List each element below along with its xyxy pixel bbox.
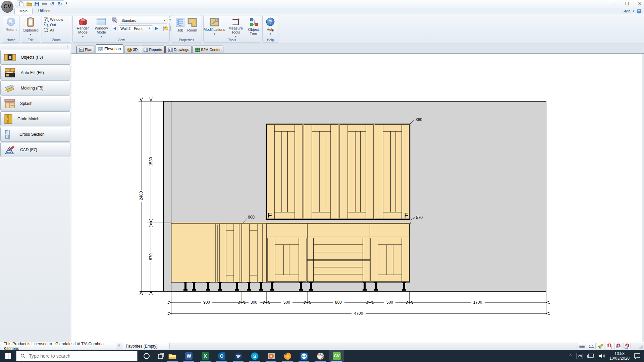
- render-mode-button[interactable]: Render Mode ▼: [74, 16, 92, 38]
- modifications-button[interactable]: Modifications ▼: [204, 16, 225, 38]
- tab-plan[interactable]: Plan: [76, 46, 95, 53]
- wall-select[interactable]: Wall 2 - Front▼: [119, 25, 152, 31]
- sidebar-item-splash[interactable]: Splash: [0, 96, 70, 111]
- sidebar-item-grainmatch[interactable]: Grain Match: [0, 111, 70, 126]
- chevron-down-icon[interactable]: ▼: [632, 10, 635, 13]
- favorites-panel[interactable]: Favorites (Empty): [123, 343, 170, 349]
- window-mode-icon: [97, 18, 106, 25]
- taskbar-app-firefox[interactable]: [280, 350, 295, 362]
- taskbar-app-word[interactable]: W: [181, 350, 196, 362]
- tray-chevron-icon[interactable]: ⌃: [569, 354, 572, 359]
- splash-icon: [4, 99, 15, 109]
- tab-utilities[interactable]: Utilities: [34, 8, 55, 14]
- taskbar-clock[interactable]: 10:58 10/03/2020: [609, 351, 630, 361]
- taskbar-app-teamviewer[interactable]: [297, 350, 311, 362]
- snap-grid-button[interactable]: [614, 343, 622, 349]
- dropdown-arrow-icon: ▼: [82, 35, 84, 38]
- qat-customize-icon[interactable]: ▾: [66, 1, 67, 5]
- taskbar-search[interactable]: [16, 351, 138, 361]
- file-explorer-icon: [168, 353, 176, 359]
- canvas-scrollbar[interactable]: [642, 54, 644, 342]
- style-selector[interactable]: Style: [623, 9, 631, 13]
- undo-icon[interactable]: ↺: [49, 1, 55, 7]
- tab-main[interactable]: Main: [14, 8, 33, 14]
- help-button[interactable]: ? Help ▼: [263, 15, 278, 38]
- taskbar-app-cabinet-vision[interactable]: CV: [329, 350, 344, 362]
- sidebar-item-objects[interactable]: Objects (F3): [0, 50, 70, 65]
- tab-s2m-center[interactable]: S2M Center: [193, 46, 223, 53]
- excel-icon: X: [202, 352, 209, 360]
- taskbar-app-paint[interactable]: [313, 350, 328, 362]
- sidebar-item-molding[interactable]: Molding (F5): [0, 80, 70, 96]
- taskbar-app-excel[interactable]: X: [198, 350, 213, 362]
- prev-wall-button[interactable]: [112, 26, 117, 31]
- face-view-button[interactable]: [163, 26, 169, 31]
- zoom-out-button[interactable]: Out: [42, 22, 71, 27]
- tray-mail-icon[interactable]: ✉: [577, 353, 583, 359]
- object-tree-button[interactable]: Object Tree: [246, 16, 261, 38]
- taskbar-app-outlook[interactable]: O: [214, 350, 229, 362]
- render-style-select[interactable]: Standard▼: [120, 18, 167, 23]
- redo-icon[interactable]: ↻: [57, 1, 63, 7]
- network-icon[interactable]: [587, 353, 594, 359]
- s2m-center-tab-icon: [195, 48, 200, 52]
- sidebar-item-autofill[interactable]: Auto Fill (F6): [0, 65, 70, 80]
- minimize-button[interactable]: ─: [613, 1, 616, 6]
- ruler-snap-button[interactable]: [597, 343, 604, 349]
- magnet-points-icon: [607, 344, 612, 349]
- new-file-icon[interactable]: [18, 1, 24, 7]
- three-d-tab-icon: [127, 48, 132, 52]
- snap-points-button[interactable]: [606, 343, 613, 349]
- taskbar-app-media-player[interactable]: [264, 350, 278, 362]
- taskbar-app-skype[interactable]: S: [247, 350, 262, 362]
- room-button[interactable]: Room: [187, 16, 197, 38]
- group-zoom: Window Out All Zoom: [42, 15, 71, 43]
- sidebar-item-crosssection[interactable]: Cross Section: [0, 127, 70, 142]
- zoom-all-button[interactable]: All: [42, 27, 71, 33]
- tab-elevation[interactable]: Elevation: [96, 44, 123, 53]
- license-text: This Product is Licensed to : Glendales …: [1, 343, 116, 349]
- open-folder-icon[interactable]: [26, 1, 32, 7]
- sidebar-header[interactable]: ⋮⋮: [0, 44, 71, 49]
- print-icon[interactable]: [42, 1, 47, 7]
- action-center-icon[interactable]: [634, 353, 641, 359]
- ruler-icon: [598, 344, 604, 349]
- taskbar-app-thunderbird[interactable]: [231, 350, 246, 362]
- thunderbird-icon: [234, 352, 242, 360]
- window-mode-button[interactable]: Window Mode ▼: [92, 16, 110, 38]
- measure-tools-button[interactable]: Measure Tools ▼: [227, 16, 244, 38]
- cortana-button[interactable]: [139, 350, 154, 362]
- modifications-icon: [210, 18, 219, 26]
- start-button[interactable]: [0, 350, 16, 362]
- tab-reports[interactable]: Reports: [141, 46, 165, 53]
- titlebar: CV ↺ ↻ ▾ ─ ❐ ✕: [0, 0, 644, 8]
- dim-width-1: 300: [251, 300, 257, 305]
- app-logo[interactable]: CV: [1, 1, 13, 13]
- dim-upper: 1530: [149, 157, 153, 166]
- dim-width-2: 500: [283, 300, 290, 305]
- return-button[interactable]: Return: [3, 15, 19, 38]
- save-icon[interactable]: [34, 1, 40, 7]
- dim-lower: 870: [149, 253, 153, 260]
- zoom-window-button[interactable]: Window: [42, 17, 71, 22]
- taskbar-app-explorer[interactable]: [165, 350, 180, 362]
- plan-tab-icon: [79, 48, 84, 52]
- scale-button[interactable]: 1.1: [587, 343, 596, 349]
- sidebar-item-cad[interactable]: CAD (F7): [0, 142, 70, 157]
- units-button[interactable]: mm: [578, 343, 586, 349]
- job-button[interactable]: Job: [176, 16, 184, 38]
- svg-text:S: S: [253, 353, 256, 359]
- elevation-drawing[interactable]: F F: [71, 54, 644, 342]
- search-input[interactable]: [29, 353, 126, 359]
- volume-icon[interactable]: [599, 353, 605, 359]
- next-wall-button[interactable]: [154, 26, 159, 31]
- close-button[interactable]: ✕: [638, 1, 642, 7]
- tab-3d[interactable]: 3D: [124, 46, 140, 53]
- snap-object-button[interactable]: [623, 343, 631, 349]
- style-help-icon[interactable]: ?: [637, 9, 641, 13]
- zoom-all-icon: [44, 28, 49, 33]
- clipboard-button[interactable]: Clipboard ▼: [21, 15, 40, 38]
- tab-drawings[interactable]: Drawings: [165, 46, 192, 53]
- group-properties: Job Room Properties: [171, 15, 202, 43]
- maximize-button[interactable]: ❐: [625, 1, 629, 6]
